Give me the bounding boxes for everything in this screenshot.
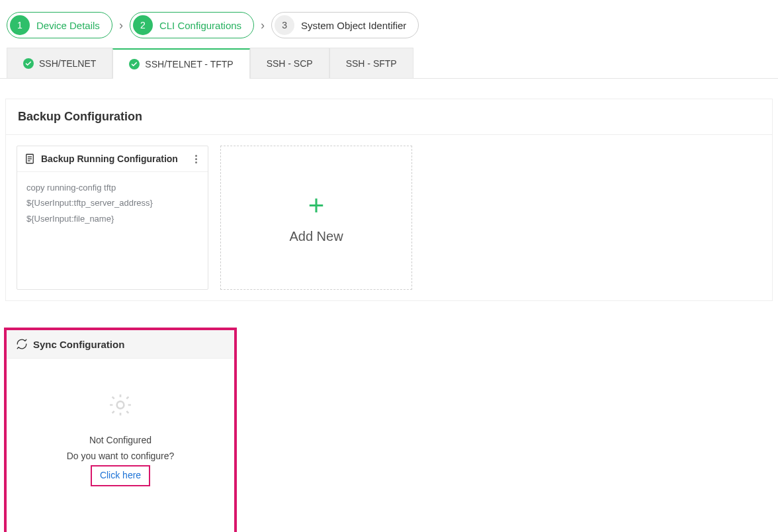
tab-ssh-scp[interactable]: SSH - SCP <box>250 48 329 78</box>
step-number-badge: 2 <box>133 15 153 35</box>
check-circle-icon <box>129 59 140 69</box>
section-title: Backup Configuration <box>6 99 772 135</box>
chevron-right-icon: › <box>261 19 265 32</box>
document-icon <box>24 153 36 165</box>
svg-point-6 <box>117 402 124 409</box>
step-label: Device Details <box>36 20 100 31</box>
click-here-link[interactable]: Click here <box>100 470 141 480</box>
step-label: CLI Configurations <box>159 20 241 31</box>
step-label: System Object Identifier <box>301 20 406 31</box>
step-system-object-identifier[interactable]: 3 System Object Identifier <box>271 12 419 38</box>
click-here-highlight: Click here <box>91 465 150 486</box>
card-body: copy running-config tftp ${UserInput:tft… <box>17 172 208 234</box>
backup-running-config-card: Backup Running Configuration copy runnin… <box>17 146 208 290</box>
config-line: ${UserInput:tftp_server_address} <box>26 195 198 210</box>
tab-ssh-sftp[interactable]: SSH - SFTP <box>329 48 413 78</box>
tabs-bar: SSH/TELNET SSH/TELNET - TFTP SSH - SCP S… <box>0 48 778 79</box>
step-device-details[interactable]: 1 Device Details <box>7 12 112 38</box>
sync-header: Sync Configuration <box>7 330 234 359</box>
sync-body: Not Configured Do you want to configure?… <box>7 359 234 532</box>
config-line: copy running-config tftp <box>26 180 198 195</box>
plus-icon: + <box>308 192 325 220</box>
stepper: 1 Device Details › 2 CLI Configurations … <box>0 0 778 48</box>
sync-icon <box>16 338 28 350</box>
config-line: ${UserInput:file_name} <box>26 211 198 226</box>
configure-prompt-text: Do you want to configure? <box>13 449 228 465</box>
check-circle-icon <box>23 58 34 69</box>
tab-label: SSH/TELNET <box>39 58 96 69</box>
step-number-badge: 3 <box>275 15 294 35</box>
kebab-menu-icon[interactable] <box>191 155 201 163</box>
tab-label: SSH - SCP <box>267 58 313 69</box>
card-title: Backup Running Configuration <box>41 154 186 164</box>
tab-label: SSH/TELNET - TFTP <box>145 59 233 69</box>
chevron-right-icon: › <box>119 19 123 32</box>
cards-row: Backup Running Configuration copy runnin… <box>6 135 772 300</box>
step-cli-configurations[interactable]: 2 CLI Configurations <box>130 12 254 38</box>
sync-configuration-panel: Sync Configuration Not Configured Do you… <box>4 328 237 532</box>
tab-label: SSH - SFTP <box>346 58 397 69</box>
sync-title: Sync Configuration <box>33 339 124 350</box>
tab-ssh-telnet-tftp[interactable]: SSH/TELNET - TFTP <box>112 48 249 79</box>
add-new-label: Add New <box>289 229 343 244</box>
card-header: Backup Running Configuration <box>17 146 208 172</box>
not-configured-text: Not Configured <box>13 433 228 449</box>
tab-ssh-telnet[interactable]: SSH/TELNET <box>7 48 112 78</box>
step-number-badge: 1 <box>10 15 30 35</box>
add-new-card[interactable]: + Add New <box>220 146 412 290</box>
backup-configuration-section: Backup Configuration Backup Running Conf… <box>5 99 773 301</box>
gear-icon <box>13 392 228 433</box>
